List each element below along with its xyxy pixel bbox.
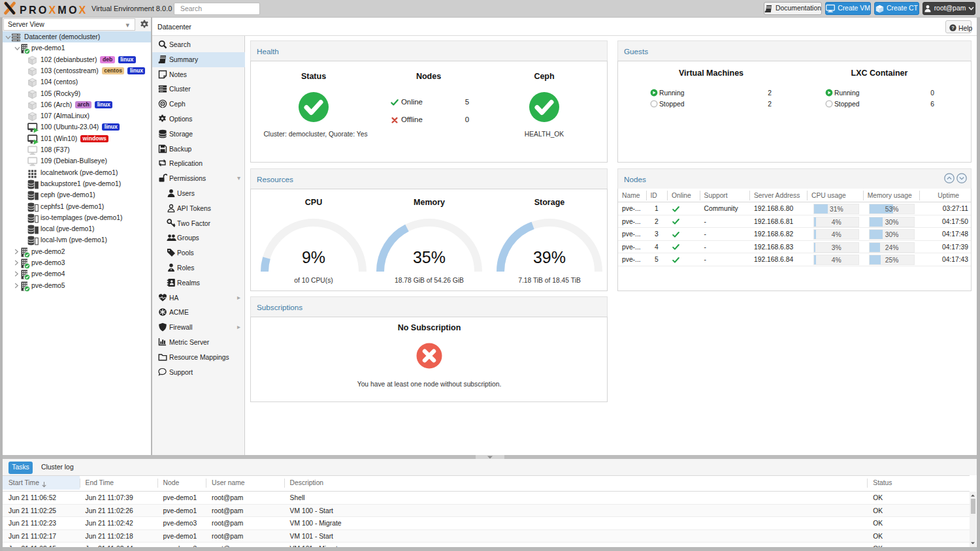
svg-text:?: ? [951,25,955,31]
